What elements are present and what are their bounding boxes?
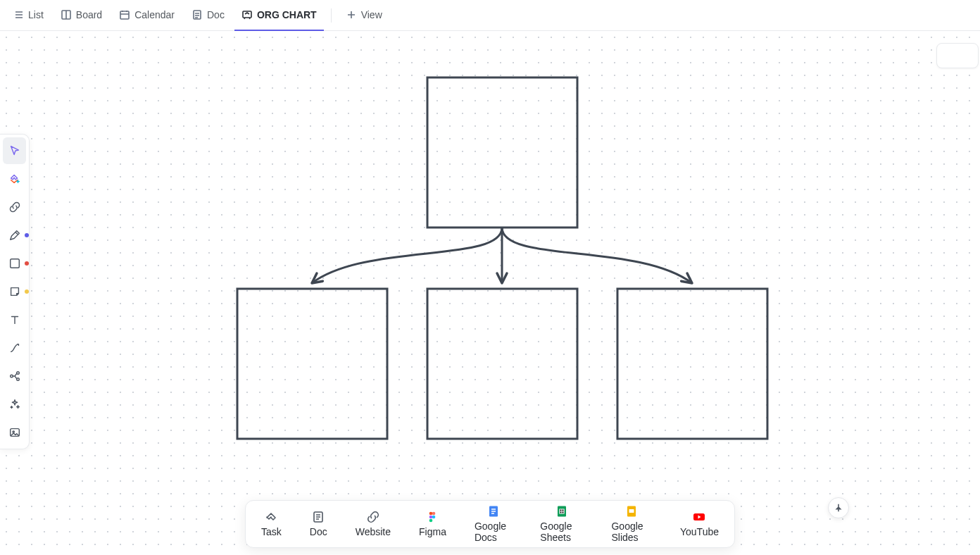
connector-root-to-c1[interactable] xyxy=(312,227,502,283)
tab-label: Calendar xyxy=(134,9,175,20)
card-doc[interactable]: Doc xyxy=(310,511,327,537)
diagram-node-root[interactable] xyxy=(427,77,577,227)
svg-point-13 xyxy=(429,516,433,519)
org-chart-diagram xyxy=(0,31,980,555)
svg-rect-1 xyxy=(120,11,129,19)
card-label: Doc xyxy=(310,526,327,537)
figma-icon xyxy=(426,511,439,523)
shape-color-indicator xyxy=(25,261,29,266)
card-label: Website xyxy=(356,526,391,537)
card-google-sheets[interactable]: Google Sheets xyxy=(540,505,583,543)
gslides-icon xyxy=(625,505,638,518)
tab-divider xyxy=(331,8,332,23)
tab-list[interactable]: List xyxy=(6,0,51,31)
tool-pen[interactable] xyxy=(3,222,26,249)
gsheets-icon xyxy=(555,505,568,518)
plus-icon xyxy=(346,9,357,20)
calendar-icon xyxy=(119,9,130,20)
tool-ai[interactable] xyxy=(3,391,26,418)
card-label: Google Slides xyxy=(611,520,652,543)
svg-rect-4 xyxy=(10,259,19,268)
tool-clickup-item[interactable] xyxy=(3,166,26,192)
tool-image[interactable] xyxy=(3,419,26,446)
add-view-button[interactable]: View xyxy=(339,0,389,31)
diagram-node-child-2[interactable] xyxy=(427,289,577,439)
card-label: Google Sheets xyxy=(540,520,583,543)
view-tabs: List Board Calendar Doc ORG CHART View xyxy=(0,0,980,31)
tool-connector[interactable] xyxy=(3,335,26,361)
tool-mindmap[interactable] xyxy=(3,363,26,389)
whiteboard-icon xyxy=(241,9,253,20)
website-icon xyxy=(367,511,379,523)
svg-point-11 xyxy=(429,512,433,516)
board-icon xyxy=(61,9,72,20)
pin-cards-button[interactable] xyxy=(828,497,849,518)
insert-card-bar: Task Doc Website Figma Google Docs Googl… xyxy=(245,500,735,548)
tool-select[interactable] xyxy=(3,137,26,164)
card-google-docs[interactable]: Google Docs xyxy=(475,505,512,543)
tab-label: ORG CHART xyxy=(257,9,317,20)
list-icon xyxy=(13,9,24,20)
connector-root-to-c3[interactable] xyxy=(502,227,692,283)
card-youtube[interactable]: YouTube xyxy=(680,511,719,537)
task-icon xyxy=(265,511,277,523)
tool-shape[interactable] xyxy=(3,250,26,277)
diagram-node-child-1[interactable] xyxy=(237,289,387,439)
tab-doc[interactable]: Doc xyxy=(184,0,232,31)
card-label: Figma xyxy=(419,526,446,537)
card-website[interactable]: Website xyxy=(356,511,391,537)
tab-calendar[interactable]: Calendar xyxy=(112,0,182,31)
svg-point-15 xyxy=(429,519,433,523)
card-label: YouTube xyxy=(680,526,719,537)
tool-link[interactable] xyxy=(3,194,26,220)
svg-point-9 xyxy=(13,431,14,432)
sticky-color-indicator xyxy=(25,289,29,294)
svg-point-14 xyxy=(432,516,436,519)
doc-icon xyxy=(191,9,203,20)
pen-color-indicator xyxy=(25,233,29,237)
svg-point-12 xyxy=(432,512,436,516)
doc-icon xyxy=(312,511,325,523)
tab-label: Board xyxy=(76,9,102,20)
tab-label: Doc xyxy=(207,9,225,20)
whiteboard-toolbar xyxy=(0,134,30,449)
diagram-node-child-3[interactable] xyxy=(617,289,767,439)
card-google-slides[interactable]: Google Slides xyxy=(611,505,652,543)
tool-sticky[interactable] xyxy=(3,278,26,305)
gdocs-icon xyxy=(487,505,500,518)
tab-board[interactable]: Board xyxy=(54,0,109,31)
zoom-controls[interactable] xyxy=(936,43,979,68)
tab-label: List xyxy=(28,9,44,20)
card-label: Task xyxy=(261,526,282,537)
tab-org-chart[interactable]: ORG CHART xyxy=(234,0,324,31)
whiteboard-canvas[interactable] xyxy=(0,31,980,555)
add-view-label: View xyxy=(361,9,382,20)
svg-rect-19 xyxy=(629,509,634,513)
tool-text[interactable] xyxy=(3,306,26,333)
youtube-icon xyxy=(693,511,705,523)
card-figma[interactable]: Figma xyxy=(419,511,446,537)
card-label: Google Docs xyxy=(475,520,512,543)
card-task[interactable]: Task xyxy=(261,511,282,537)
